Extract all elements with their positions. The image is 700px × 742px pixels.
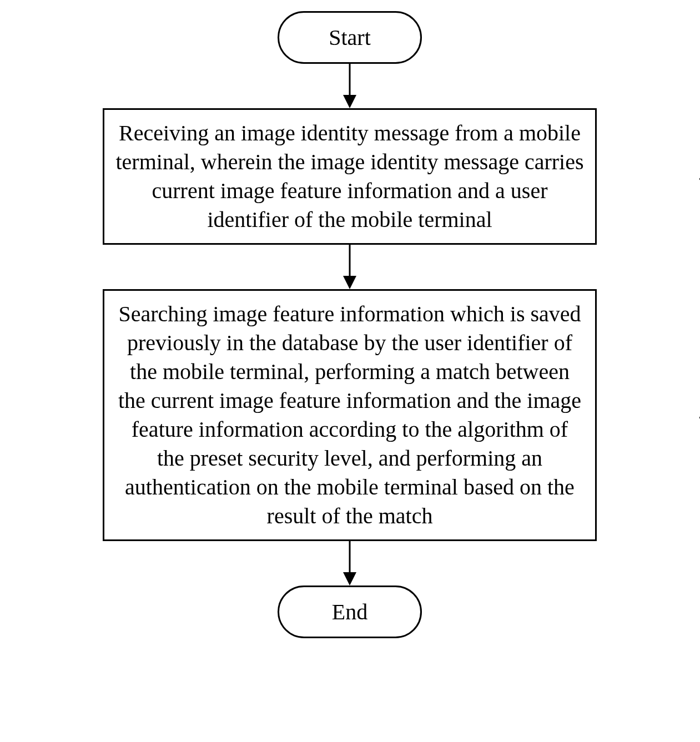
step-1-wrap: Receiving an image identity message from… xyxy=(28,108,672,245)
end-terminator: End xyxy=(278,585,422,638)
connector-arrow xyxy=(28,541,672,585)
step-2-wrap: Searching image feature information whic… xyxy=(28,289,672,541)
connector-arrow xyxy=(28,245,672,289)
flowchart-container: Start Receiving an image identity messag… xyxy=(28,11,672,638)
step-1-text: Receiving an image identity message from… xyxy=(115,120,583,232)
svg-marker-1 xyxy=(343,95,356,108)
start-terminator: Start xyxy=(278,11,422,64)
process-step-1: Receiving an image identity message from… xyxy=(103,108,597,245)
svg-marker-5 xyxy=(343,572,356,585)
connector-arrow xyxy=(28,64,672,108)
svg-marker-3 xyxy=(343,276,356,289)
process-step-2: Searching image feature information whic… xyxy=(103,289,597,541)
step-2-text: Searching image feature information whic… xyxy=(118,301,581,528)
end-label: End xyxy=(332,599,367,625)
start-label: Start xyxy=(329,24,371,51)
